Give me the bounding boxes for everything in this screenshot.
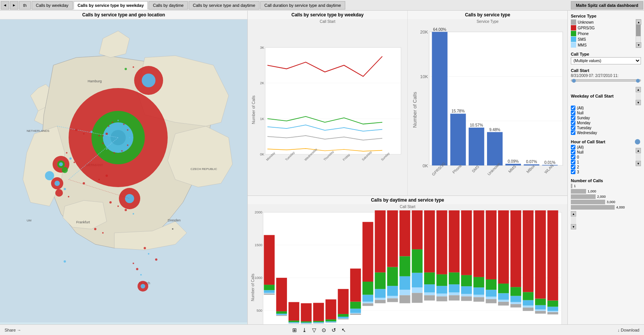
hour-all-checkbox[interactable] (571, 145, 575, 149)
svg-point-12 (54, 181, 60, 186)
svg-rect-238 (510, 296, 521, 302)
weekday-all-checkbox[interactable] (571, 106, 575, 110)
legend-mms: MMS (571, 42, 634, 48)
hour-2-checkbox[interactable] (571, 165, 575, 169)
svg-rect-183 (399, 290, 410, 295)
toolbar-icon-filter[interactable]: ▽ (312, 327, 316, 333)
weekday-wednesday-label: Wednesday (577, 131, 597, 135)
hour-3-checkbox[interactable] (571, 170, 575, 174)
svg-text:15.78%: 15.78% (452, 109, 465, 113)
weekday-header: Weekday of Call Start ▲ ▼ (571, 87, 641, 105)
num-calls-scroll-track (571, 216, 576, 224)
tab-duration[interactable]: Call duration by service type and daytim… (260, 1, 345, 10)
daytime-title: Calls by daytime and service type (248, 196, 567, 204)
svg-rect-231 (498, 300, 509, 302)
weekday-tuesday-checkbox[interactable] (571, 125, 575, 130)
svg-point-34 (133, 213, 134, 215)
legend-color-sms (571, 37, 576, 42)
svg-point-53 (127, 129, 128, 131)
svg-rect-122 (276, 315, 287, 316)
svg-rect-174 (375, 210, 386, 272)
tab-daytime[interactable]: Calls by daytime (149, 1, 188, 10)
weekday-monday-checkbox[interactable] (571, 120, 575, 125)
slider-left-handle[interactable] (572, 79, 576, 83)
svg-point-30 (68, 196, 69, 197)
hour-3-label: 3 (577, 170, 579, 174)
legend-color-gprs (571, 25, 576, 30)
call-type-select[interactable]: (Multiple values) (571, 57, 641, 64)
weekday-null-checkbox[interactable] (571, 111, 575, 115)
svg-point-13 (45, 171, 54, 180)
download-link[interactable]: ↓ Download (618, 328, 639, 332)
service-type-legend-title: Service Type (571, 14, 641, 18)
svg-rect-198 (424, 210, 435, 272)
svg-rect-218 (473, 297, 484, 302)
weekday-scroll-down[interactable]: ▼ (636, 100, 641, 105)
city-hamburg: Hamburg (88, 79, 102, 83)
toolbar-icon-share[interactable]: ⊙ (322, 327, 326, 333)
svg-rect-186 (399, 210, 410, 256)
call-start-slider[interactable] (571, 79, 641, 82)
svg-rect-257 (547, 301, 558, 307)
svg-point-27 (69, 157, 72, 160)
tab-nav-fwd[interactable]: ► (10, 1, 18, 10)
hour-null-checkbox[interactable] (571, 150, 575, 154)
svg-rect-166 (362, 295, 373, 302)
svg-rect-146 (325, 322, 336, 323)
svg-point-50 (112, 122, 113, 123)
hour-0-checkbox[interactable] (571, 155, 575, 159)
tab-service-weekday[interactable]: Calls by service type by weekday (74, 1, 148, 10)
call-start-to: 2/27/2010 11: (595, 74, 618, 78)
tab-weekday[interactable]: Calls by weekday (32, 1, 73, 10)
toolbar-icon-grid[interactable]: ⊞ (292, 327, 297, 333)
weekday-sunday-checkbox[interactable] (571, 115, 575, 120)
daytime-svg: Number of Calls 2000 1500 1000 500 0 (250, 210, 566, 335)
svg-point-14 (55, 189, 63, 197)
tab-service-daytime[interactable]: Calls by service type and daytime (189, 1, 260, 10)
weekday-filter-section: Weekday of Call Start ▲ ▼ (All) Null Sun… (571, 87, 641, 135)
svg-point-33 (125, 209, 127, 211)
svg-point-24 (98, 135, 100, 136)
tab-th[interactable]: th (19, 1, 31, 10)
region-netherlands: NETHERLANDS (27, 129, 50, 133)
legend-label-mms: MMS (578, 43, 586, 47)
toolbar-icon-pointer[interactable]: ↖ (341, 327, 346, 333)
service-type-svg: Number of Calls 20K 10K 0K 64.00% (410, 26, 566, 194)
share-link[interactable]: Share → (5, 328, 21, 332)
slider-right-handle[interactable] (636, 79, 640, 83)
tab-nav-back[interactable]: ◄ (1, 1, 9, 10)
weekday-scroll-up[interactable]: ▲ (636, 87, 641, 92)
hour-scroll-down[interactable]: ▼ (636, 161, 641, 166)
legend-label-phone: Phone (578, 32, 589, 36)
hour-all-item: (All) (571, 145, 641, 149)
svg-rect-233 (498, 284, 509, 293)
weekday-wednesday-checkbox[interactable] (571, 130, 575, 135)
svg-rect-185 (399, 256, 410, 277)
toolbar-center: ⊞ ⤓ ▽ ⊙ ↺ ↖ (292, 327, 346, 333)
num-calls-scroll-down[interactable]: ▼ (571, 224, 576, 229)
svg-rect-200 (436, 297, 447, 301)
legend-label-gprs: GPRS/3G (578, 26, 594, 30)
scroll-up-btn[interactable]: ▲ (636, 19, 641, 25)
scroll-down-btn[interactable]: ▼ (636, 42, 641, 48)
svg-point-25 (106, 133, 108, 135)
toolbar-icon-undo[interactable]: ↺ (332, 327, 336, 333)
num-calls-4000: 4,000 (571, 205, 641, 210)
map-container[interactable]: Hamburg GERMANY NETHERLANDS Dresden ★ Fr… (0, 19, 247, 335)
legend-color-mms (571, 42, 576, 48)
toolbar-icon-download[interactable]: ⤓ (302, 327, 307, 333)
hour-1-checkbox[interactable] (571, 160, 575, 164)
num-calls-scroll-up[interactable]: ▲ (571, 211, 576, 216)
svg-text:★: ★ (171, 228, 174, 230)
svg-point-47 (98, 179, 100, 180)
hour-scroll-up[interactable]: ▲ (636, 148, 641, 153)
svg-point-58 (106, 148, 107, 150)
service-type-legend-items: Unknown GPRS/3G Phone SMS (571, 19, 634, 48)
legend-label-sms: SMS (578, 37, 586, 42)
svg-rect-87 (450, 114, 466, 165)
weekday-monday-label: Monday (577, 121, 591, 125)
map-title: Calls by service type and geo location (0, 11, 247, 19)
svg-rect-168 (362, 222, 373, 282)
svg-rect-126 (276, 278, 287, 311)
svg-point-55 (127, 144, 128, 146)
